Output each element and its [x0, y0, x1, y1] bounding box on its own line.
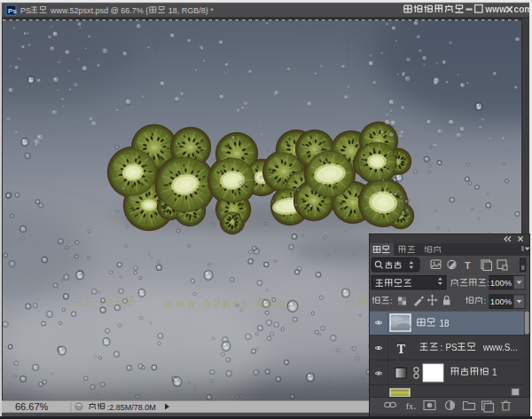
svg-text:www.52psxt.psd @ 66.7% (: www.52psxt.psd @ 66.7% (	[50, 6, 148, 15]
svg-text::2.85M/78.0M: :2.85M/78.0M	[107, 403, 156, 412]
svg-text:fx: fx	[406, 402, 413, 411]
svg-text::: :	[487, 278, 489, 288]
svg-text:T: T	[397, 343, 406, 356]
svg-text:www.52psx: www.52psx	[163, 296, 250, 310]
svg-text:66.67%: 66.67%	[15, 401, 49, 412]
svg-text:PS: PS	[445, 343, 458, 352]
svg-text:PS: PS	[20, 6, 31, 15]
svg-text:100%: 100%	[490, 296, 512, 306]
svg-text:1: 1	[492, 368, 497, 377]
svg-text:com: com	[514, 4, 532, 14]
svg-text:18, RGB/8) *: 18, RGB/8) *	[168, 6, 215, 15]
svg-text:.: .	[414, 401, 417, 411]
svg-text:T: T	[465, 260, 471, 271]
svg-text::: :	[96, 297, 98, 308]
svg-text:18: 18	[439, 319, 450, 328]
svg-text:www.S...: www.S...	[482, 343, 518, 352]
svg-text::: :	[440, 343, 442, 352]
svg-text:www: www	[485, 4, 507, 14]
svg-text::: :	[484, 296, 487, 305]
svg-text:✕: ✕	[505, 4, 514, 16]
svg-text:Ps: Ps	[8, 7, 17, 15]
svg-text::: :	[390, 296, 393, 305]
svg-text:100%: 100%	[490, 278, 512, 288]
